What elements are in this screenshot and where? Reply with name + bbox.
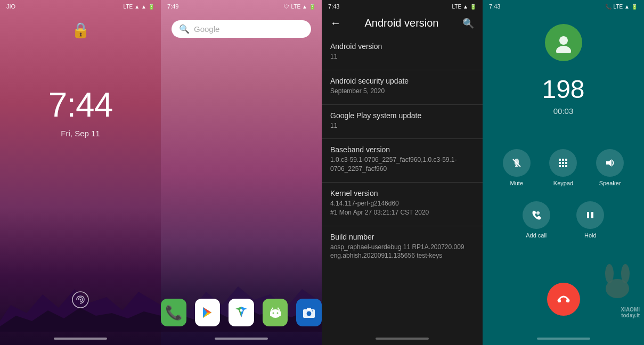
svg-point-17 <box>307 312 311 315</box>
call-action-row-1: Mute Keypad <box>493 149 633 186</box>
signal-3: ▲ <box>463 4 468 10</box>
play-system-section: Google Play system update 11 <box>322 105 483 139</box>
svg-rect-33 <box>565 165 567 167</box>
svg-rect-31 <box>559 165 561 167</box>
security-update-label: Android security update <box>330 77 474 85</box>
svg-rect-26 <box>562 159 564 161</box>
dock-camera-icon[interactable] <box>296 299 322 326</box>
svg-rect-32 <box>562 165 564 167</box>
speaker-button[interactable]: Speaker <box>596 149 624 186</box>
status-bar-1: JIO LTE ▲ ▲ 🔋 <box>0 0 161 13</box>
clock-display: 7:44 <box>0 85 161 125</box>
battery-icon: 🔋 <box>148 4 154 10</box>
android-version-label: Android version <box>330 42 474 51</box>
svg-rect-28 <box>559 162 561 164</box>
android-search-icon[interactable]: 🔍 <box>462 18 474 29</box>
add-call-label: Add call <box>526 232 547 239</box>
svg-point-41 <box>606 279 629 298</box>
kernel-value: 4.14.117-perf-g2146d60#1 Mon Apr 27 03:2… <box>330 199 474 217</box>
svg-rect-37 <box>587 212 589 218</box>
keypad-circle <box>549 149 577 177</box>
home-bar-3 <box>376 338 429 340</box>
svg-marker-34 <box>606 159 612 167</box>
caller-avatar <box>545 24 582 61</box>
dock-maps-icon[interactable] <box>229 299 254 326</box>
hold-circle <box>576 201 604 229</box>
date-display: Fri, Sep 11 <box>0 129 161 138</box>
android-version-topbar: ← Android version 🔍 <box>322 13 483 36</box>
end-call-button[interactable] <box>547 283 580 316</box>
keypad-button[interactable]: Keypad <box>549 149 577 186</box>
add-call-circle <box>523 201 550 229</box>
svg-rect-30 <box>565 162 567 164</box>
home-bar-2 <box>215 338 268 340</box>
battery-4: 🔋 <box>631 4 638 10</box>
status-icons-1: LTE ▲ ▲ 🔋 <box>124 4 154 10</box>
search-placeholder: Google <box>194 24 219 34</box>
call-duration: 00:03 <box>483 106 644 116</box>
hold-button[interactable]: Hold <box>576 201 604 239</box>
android-version-title: Android version <box>365 17 439 29</box>
lock-icon: 🔒 <box>71 21 90 39</box>
android-version-panel: 7:43 LTE ▲ 🔋 ← Android version 🔍 Android… <box>322 0 483 345</box>
speaker-circle <box>596 149 624 177</box>
status-bar-4: 7:43 📞 LTE ▲ 🔋 <box>483 0 644 13</box>
dock-phone-icon[interactable]: 📞 <box>161 299 186 326</box>
baseband-value: 1.0.c3-59.1-0706_2257_facf960,1.0.c3-59.… <box>330 155 474 174</box>
status-bar-2: 7:49 🛡 LTE ▲ 🔋 <box>161 0 322 13</box>
svg-point-1 <box>80 299 81 301</box>
baseband-label: Baseband version <box>330 145 474 154</box>
xiaomi-watermark-area <box>596 263 639 302</box>
status-bar-3: 7:43 LTE ▲ 🔋 <box>322 0 483 13</box>
xiaomi-text: XIAOMItoday.it <box>621 307 640 318</box>
svg-rect-43 <box>566 299 569 302</box>
time-label-4: 7:43 <box>489 3 500 10</box>
svg-point-19 <box>312 310 313 311</box>
lte-icon: LTE <box>124 4 133 10</box>
home-bar-1 <box>54 338 107 340</box>
mute-button[interactable]: Mute <box>503 149 531 186</box>
lte-icon-4: LTE <box>613 4 623 10</box>
battery-3: 🔋 <box>470 4 476 10</box>
keypad-label: Keypad <box>553 180 573 186</box>
svg-point-14 <box>278 308 279 309</box>
svg-rect-8 <box>270 311 281 316</box>
kernel-section: Kernel version 4.14.117-perf-g2146d60#1 … <box>322 183 483 226</box>
play-system-label: Google Play system update <box>330 111 474 120</box>
add-call-button[interactable]: Add call <box>523 201 550 239</box>
signal-4: ▲ <box>624 4 630 10</box>
svg-rect-27 <box>565 159 567 161</box>
build-number-label: Build number <box>330 233 474 241</box>
google-search-bar[interactable]: 🔍 Google <box>172 20 311 38</box>
svg-point-20 <box>559 36 568 45</box>
dock-android-icon[interactable] <box>263 299 288 326</box>
baseband-section: Baseband version 1.0.c3-59.1-0706_2257_f… <box>322 139 483 183</box>
status-icons-4: 📞 LTE ▲ 🔋 <box>605 4 638 10</box>
speaker-label: Speaker <box>599 180 621 186</box>
lockscreen-panel: JIO LTE ▲ ▲ 🔋 🔒 7:44 Fri, Sep 11 <box>0 0 161 345</box>
svg-point-6 <box>240 309 243 312</box>
homescreen-panel: 7:49 🛡 LTE ▲ 🔋 🔍 Google 📞 <box>161 0 322 345</box>
security-update-value: September 5, 2020 <box>330 87 474 96</box>
call-action-row-2: Add call Hold <box>493 201 633 239</box>
lte-icon-3: LTE <box>452 4 461 10</box>
lte-icon-2: LTE <box>291 4 300 10</box>
protect-icon: 🛡 <box>284 4 289 10</box>
kernel-label: Kernel version <box>330 189 474 198</box>
svg-rect-42 <box>558 299 561 302</box>
fingerprint-icon[interactable] <box>71 291 89 313</box>
status-icons-3: LTE ▲ 🔋 <box>452 4 476 10</box>
signal-icon: ▲ <box>134 4 140 10</box>
dock-playstore-icon[interactable] <box>195 299 221 326</box>
android-version-value: 11 <box>330 52 474 61</box>
home-bar-4 <box>537 338 590 340</box>
svg-rect-38 <box>591 212 593 218</box>
time-label-3: 7:43 <box>328 3 339 10</box>
battery-icon-2: 🔋 <box>309 4 315 10</box>
build-number-value: aosp_raphael-userdebug 11 RP1A.200720.00… <box>330 243 474 261</box>
back-button[interactable]: ← <box>330 17 341 29</box>
android-version-section: Android version 11 <box>322 36 483 70</box>
mute-label: Mute <box>510 180 523 186</box>
play-system-value: 11 <box>330 121 474 130</box>
svg-rect-29 <box>562 162 564 164</box>
